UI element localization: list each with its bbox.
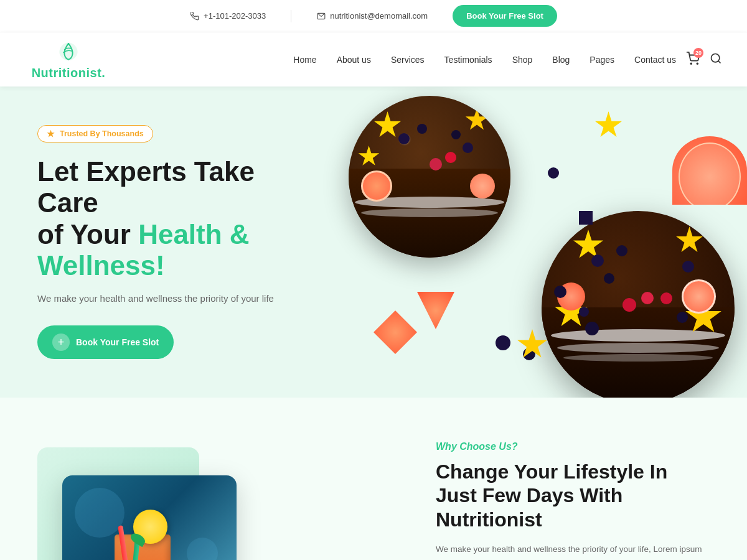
- plus-icon: +: [52, 334, 70, 351]
- hero-section: ★ Trusted By Thousands Let Experts Take …: [0, 86, 747, 398]
- logo-name: Nutritionist.: [32, 66, 106, 80]
- email-contact: nutritionist@demomail.com: [316, 11, 428, 21]
- logo-icon: [54, 39, 83, 66]
- star-icon: ★: [47, 129, 55, 139]
- nav-blog[interactable]: Blog: [552, 55, 570, 65]
- phone-number: +1-101-202-3033: [204, 11, 266, 21]
- grapefruit-large: [672, 136, 747, 205]
- email-icon: [316, 11, 326, 21]
- svg-point-1: [690, 63, 692, 64]
- nav-pages[interactable]: Pages: [590, 55, 614, 65]
- star-fruit-scattered: [594, 111, 622, 139]
- why-heading: Change Your Lifestyle In Just Few Days W…: [436, 460, 710, 531]
- phone-contact: +1-101-202-3033: [190, 11, 266, 21]
- nav-home[interactable]: Home: [293, 55, 316, 65]
- nav-testimonials[interactable]: Testimonials: [444, 55, 492, 65]
- why-body: We make your health and wellness the pri…: [436, 543, 710, 560]
- blueberry-3: [548, 167, 559, 179]
- top-bar: +1-101-202-3033 nutritionist@demomail.co…: [0, 0, 747, 32]
- image-side: Get Your Free Personalized Nutrition Pla…: [0, 422, 411, 560]
- search-icon-wrap[interactable]: [710, 52, 722, 67]
- hero-heading: Let Experts Take Care of Your Health & W…: [37, 156, 286, 282]
- hero-images: [311, 86, 747, 398]
- trusted-text: Trusted By Thousands: [60, 129, 144, 138]
- cart-icon-wrap[interactable]: 20: [686, 52, 700, 68]
- search-icon: [710, 52, 722, 65]
- why-heading-line2: Just Few Days With Nutritionist: [436, 484, 622, 530]
- why-section: Get Your Free Personalized Nutrition Pla…: [0, 398, 747, 560]
- trusted-badge: ★ Trusted By Thousands: [37, 125, 153, 142]
- blueberry-4: [585, 322, 599, 335]
- bowl-1: [349, 96, 510, 258]
- email-address: nutritionist@demomail.com: [330, 11, 428, 21]
- hero-content: ★ Trusted By Thousands Let Experts Take …: [0, 88, 324, 397]
- blueberry-1: [579, 211, 593, 225]
- bowl-2: [542, 211, 735, 398]
- nav-about[interactable]: About us: [337, 55, 371, 65]
- hero-cta-button[interactable]: + Book Your Free Slot: [37, 325, 174, 359]
- main-header: Nutritionist. Home About us Services Tes…: [0, 32, 747, 86]
- svg-line-4: [718, 60, 721, 63]
- content-side: Why Choose Us? Change Your Lifestyle In …: [411, 422, 747, 560]
- drink-image: [62, 475, 237, 560]
- cart-badge: 20: [693, 48, 703, 58]
- nav-icons: 20: [686, 52, 722, 68]
- logo-text: Nutritionist.: [32, 66, 106, 80]
- hero-subtext: We make your health and wellness the pri…: [37, 292, 286, 306]
- grapefruit-piece-1: [374, 310, 417, 354]
- svg-point-2: [697, 63, 698, 64]
- nav-contact[interactable]: Contact us: [634, 55, 676, 65]
- hero-heading-line1: Let Experts Take Care: [37, 156, 255, 218]
- why-label: Why Choose Us?: [436, 441, 710, 452]
- blueberry-5: [496, 335, 510, 350]
- hero-heading-line2-plain: of Your: [37, 219, 138, 250]
- hero-cta-label: Book Your Free Slot: [76, 337, 159, 347]
- divider: [291, 10, 291, 22]
- nav-shop[interactable]: Shop: [512, 55, 533, 65]
- book-free-slot-top-button[interactable]: Book Your Free Slot: [453, 5, 557, 27]
- svg-point-3: [712, 54, 720, 62]
- main-nav: Home About us Services Testimonials Shop…: [293, 55, 676, 65]
- grapefruit-piece-2: [417, 292, 454, 329]
- phone-icon: [190, 11, 200, 21]
- why-heading-line1: Change Your Lifestyle In: [436, 460, 667, 483]
- logo: Nutritionist.: [25, 32, 125, 86]
- blueberry-2: [554, 286, 566, 298]
- nav-services[interactable]: Services: [391, 55, 425, 65]
